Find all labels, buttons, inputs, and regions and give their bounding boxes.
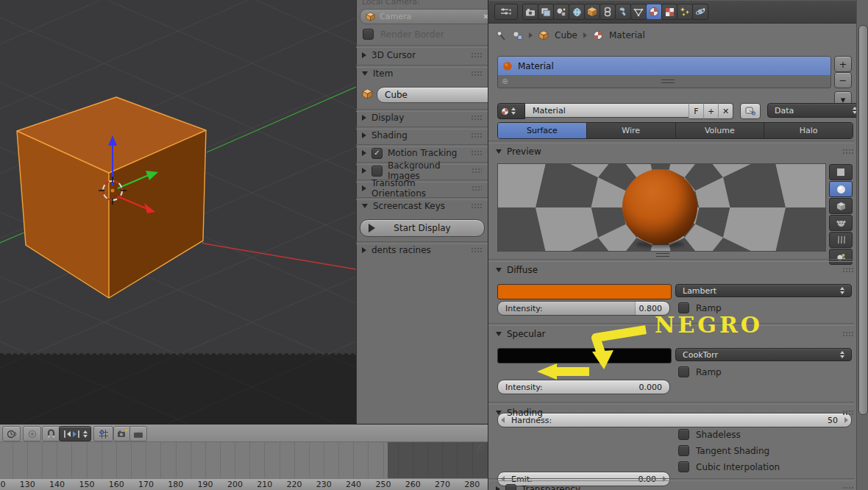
keying-set-button[interactable] xyxy=(93,426,113,441)
panel-grip[interactable] xyxy=(471,71,482,77)
object-name-field[interactable]: Cube xyxy=(377,87,488,103)
transparency-checkbox[interactable] xyxy=(505,484,516,490)
render-border-checkbox[interactable] xyxy=(363,29,374,40)
preview-monkey-button[interactable] xyxy=(829,215,853,231)
panel-header-motion-tracking[interactable]: ✓ Motion Tracking xyxy=(362,146,482,160)
panel-grip[interactable] xyxy=(842,331,853,337)
diffuse-intensity-slider[interactable]: Intensity: 0.800 xyxy=(497,301,670,316)
panel-grip[interactable] xyxy=(471,247,482,253)
preview-flat-button[interactable] xyxy=(829,164,853,180)
panel-header-transform-orientations[interactable]: Transform Orientations xyxy=(362,182,482,195)
panel-header-screencast-keys[interactable]: Screencast Keys xyxy=(362,199,482,213)
diffuse-color-swatch[interactable] xyxy=(497,284,672,299)
panel-grip[interactable] xyxy=(842,149,853,155)
panel-header-transparency[interactable]: Transparency xyxy=(496,483,853,490)
cubic-interpolation-checkbox[interactable] xyxy=(678,461,689,472)
camera-field[interactable]: Camera ✕ xyxy=(360,9,488,24)
3d-viewport[interactable] xyxy=(0,0,356,424)
panel-header-display[interactable]: Display xyxy=(362,111,482,124)
timeline-resize-grip[interactable] xyxy=(475,444,485,454)
type-tab-volume[interactable]: Volume xyxy=(676,123,765,138)
panel-grip[interactable] xyxy=(472,185,482,191)
clapperboard-button[interactable] xyxy=(129,426,147,441)
type-tab-halo[interactable]: Halo xyxy=(764,123,853,138)
panel-grip[interactable] xyxy=(472,168,482,174)
unlink-material-button[interactable]: ✕ xyxy=(718,103,733,119)
preview-cube-button[interactable] xyxy=(829,198,853,214)
motion-tracking-checkbox[interactable]: ✓ xyxy=(371,148,383,159)
panel-header-shading[interactable]: Shading xyxy=(362,129,482,142)
start-display-button[interactable]: Start Display xyxy=(360,219,485,237)
panel-header-background-images[interactable]: Background Images xyxy=(362,164,482,177)
type-tab-surface[interactable]: Surface xyxy=(498,123,587,138)
render-border-row[interactable]: Render Border xyxy=(363,29,444,40)
new-slot-icon[interactable]: ⊕ xyxy=(502,77,508,86)
breadcrumb-material[interactable]: Material xyxy=(609,30,645,40)
properties-scrollbar[interactable] xyxy=(856,0,868,490)
tab-scene[interactable] xyxy=(553,4,569,20)
shadeless-checkbox[interactable] xyxy=(678,429,689,440)
tab-render-layers[interactable] xyxy=(538,4,554,20)
panel-grip[interactable] xyxy=(471,115,482,121)
tab-texture[interactable] xyxy=(661,4,677,20)
timeline-ruler[interactable]: 1201301401501601701801902002102202302402… xyxy=(0,478,488,490)
record-button[interactable] xyxy=(23,426,41,441)
shadeless-row[interactable]: Shadeless xyxy=(678,429,741,440)
background-images-checkbox[interactable] xyxy=(371,166,383,177)
scene-icon[interactable] xyxy=(512,30,523,40)
tab-modifiers[interactable] xyxy=(615,4,631,20)
panel-grip[interactable] xyxy=(471,132,482,138)
specular-ramp-row[interactable]: Ramp xyxy=(678,366,722,377)
tangent-shading-row[interactable]: Tangent Shading xyxy=(678,445,769,456)
list-resize-grip[interactable] xyxy=(661,79,675,83)
scrollbar-thumb[interactable] xyxy=(858,25,868,415)
preview-sphere-button[interactable] xyxy=(829,181,853,197)
preview-hair-button[interactable] xyxy=(829,232,853,248)
panel-grip[interactable] xyxy=(842,486,853,490)
pin-icon[interactable] xyxy=(496,30,506,41)
panel-header-dents-racines[interactable]: dents racines xyxy=(362,244,482,257)
panel-header-preview[interactable]: Preview xyxy=(496,145,853,158)
specular-shader-dropdown[interactable]: CookTorr xyxy=(675,348,852,361)
specular-ramp-checkbox[interactable] xyxy=(678,366,689,377)
add-slot-button[interactable]: + xyxy=(834,56,852,72)
remove-slot-button[interactable]: − xyxy=(834,72,852,88)
timeline-editor-type-button[interactable] xyxy=(2,426,21,441)
tangent-shading-checkbox[interactable] xyxy=(678,445,689,456)
diffuse-shader-dropdown[interactable]: Lambert xyxy=(675,284,852,297)
breadcrumb-object[interactable]: Cube xyxy=(555,30,577,40)
tab-object-data[interactable] xyxy=(630,4,647,20)
material-name-field[interactable]: Material xyxy=(525,103,689,118)
panel-header-shading[interactable]: Shading xyxy=(496,406,853,419)
node-editor-toggle[interactable] xyxy=(740,103,761,119)
tab-physics[interactable] xyxy=(692,4,708,20)
new-material-button[interactable]: + xyxy=(703,103,718,119)
tab-world[interactable] xyxy=(569,4,585,20)
keying-camera-button[interactable] xyxy=(113,426,131,441)
playback-sync-button[interactable] xyxy=(59,426,91,441)
panel-grip[interactable] xyxy=(842,267,853,273)
type-tab-wire[interactable]: Wire xyxy=(587,123,676,138)
preview-world-sphere-button[interactable] xyxy=(829,249,853,265)
clear-field-icon[interactable]: ✕ xyxy=(483,13,488,21)
fake-user-button[interactable]: F xyxy=(689,103,703,119)
panel-grip[interactable] xyxy=(471,203,482,209)
tab-render[interactable] xyxy=(522,4,538,20)
panel-header-diffuse[interactable]: Diffuse xyxy=(496,263,853,277)
tab-material[interactable] xyxy=(646,4,662,20)
panel-grip[interactable] xyxy=(842,410,853,416)
link-mode-dropdown[interactable]: Data xyxy=(767,103,864,118)
specular-intensity-slider[interactable]: Intensity: 0.000 xyxy=(497,380,670,394)
panel-header-3d-cursor[interactable]: 3D Cursor xyxy=(362,49,482,62)
snap-magnet-button[interactable] xyxy=(42,426,60,441)
panel-header-item[interactable]: Item xyxy=(362,67,482,80)
specular-color-swatch[interactable] xyxy=(497,348,672,363)
material-slot-row[interactable]: Material xyxy=(498,57,830,75)
tab-particles[interactable] xyxy=(677,4,693,20)
timeline-canvas[interactable] xyxy=(0,442,488,478)
browse-material-button[interactable] xyxy=(497,103,525,119)
tab-object[interactable] xyxy=(584,4,600,20)
panel-grip[interactable] xyxy=(471,52,482,58)
cubic-interpolation-row[interactable]: Cubic Interpolation xyxy=(678,461,780,472)
tab-constraints[interactable] xyxy=(600,4,616,20)
